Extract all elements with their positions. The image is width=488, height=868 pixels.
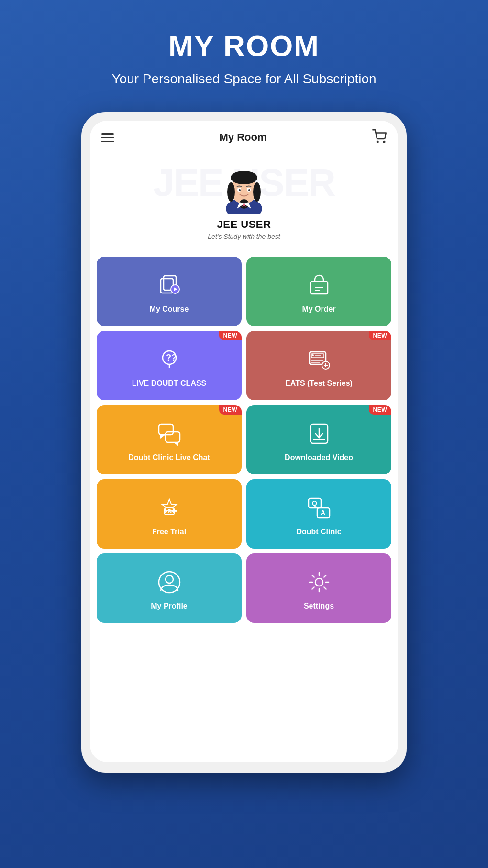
downloaded-label: Downloaded Video (285, 453, 353, 462)
my-order-label: My Order (302, 305, 335, 314)
page-title: MY ROOM (168, 29, 320, 63)
phone-inner: My Room JEE USER (90, 121, 398, 762)
live-doubt-card[interactable]: NEW ?? LIVE DOUBT CLASS (97, 331, 242, 400)
svg-text:FREE: FREE (166, 509, 177, 514)
my-order-card[interactable]: My Order (246, 257, 391, 326)
my-profile-card[interactable]: My Profile (97, 553, 242, 623)
svg-point-6 (227, 182, 235, 202)
nav-title: My Room (220, 131, 267, 144)
user-tagline: Let's Study with the best (208, 233, 280, 240)
page-subtitle: Your Personalised Space for All Subscrip… (111, 69, 376, 88)
doubt-chat-card[interactable]: NEW Doubt Clinic Live Chat (97, 405, 242, 474)
free-trial-label: Free Trial (152, 528, 186, 536)
free-trial-card[interactable]: FREE Free Trial (97, 479, 242, 549)
downloaded-card[interactable]: NEW Downloaded Video (246, 405, 391, 474)
downloaded-icon (305, 420, 333, 448)
live-doubt-badge: NEW (219, 331, 242, 340)
settings-card[interactable]: Settings (246, 553, 391, 623)
svg-point-0 (377, 141, 378, 143)
doubt-chat-badge: NEW (219, 405, 242, 415)
svg-point-47 (166, 575, 173, 583)
svg-point-11 (239, 189, 241, 191)
doubt-chat-icon (155, 420, 183, 448)
cards-grid: My Course My Order NEW (90, 252, 398, 628)
eats-badge: NEW (369, 331, 392, 340)
svg-point-1 (384, 141, 385, 143)
profile-section: JEE USER (90, 151, 398, 252)
my-course-card[interactable]: My Course (97, 257, 242, 326)
phone-frame: My Room JEE USER (81, 112, 407, 773)
menu-button[interactable] (101, 133, 114, 142)
doubt-clinic-card[interactable]: Q A Doubt Clinic (246, 479, 391, 549)
eats-card[interactable]: NEW EATS (Test Series) (246, 331, 391, 400)
cart-button[interactable] (372, 129, 387, 146)
avatar (218, 161, 270, 214)
svg-point-5 (231, 171, 257, 184)
settings-icon (305, 568, 333, 596)
user-name: JEE USER (217, 218, 271, 231)
doubt-clinic-icon: Q A (305, 494, 333, 522)
live-doubt-label: LIVE DOUBT CLASS (132, 379, 207, 388)
svg-point-12 (248, 189, 250, 191)
free-trial-icon: FREE (155, 494, 183, 522)
my-profile-icon (155, 568, 183, 596)
svg-point-28 (312, 354, 314, 356)
svg-point-7 (253, 182, 261, 202)
live-doubt-icon: ?? (155, 346, 183, 373)
svg-point-48 (315, 578, 323, 586)
svg-text:A: A (321, 509, 325, 517)
settings-label: Settings (304, 602, 334, 610)
svg-point-46 (159, 572, 180, 593)
downloaded-badge: NEW (369, 405, 392, 415)
my-course-icon (155, 271, 183, 299)
nav-bar: My Room (90, 121, 398, 151)
eats-label: EATS (Test Series) (285, 379, 353, 388)
my-order-icon (305, 271, 333, 299)
my-course-label: My Course (150, 305, 189, 314)
doubt-clinic-label: Doubt Clinic (296, 528, 341, 536)
doubt-chat-label: Doubt Clinic Live Chat (128, 453, 210, 462)
eats-icon (305, 346, 333, 373)
svg-text:??: ?? (166, 353, 177, 362)
my-profile-label: My Profile (151, 602, 187, 610)
svg-text:Q: Q (312, 499, 317, 507)
